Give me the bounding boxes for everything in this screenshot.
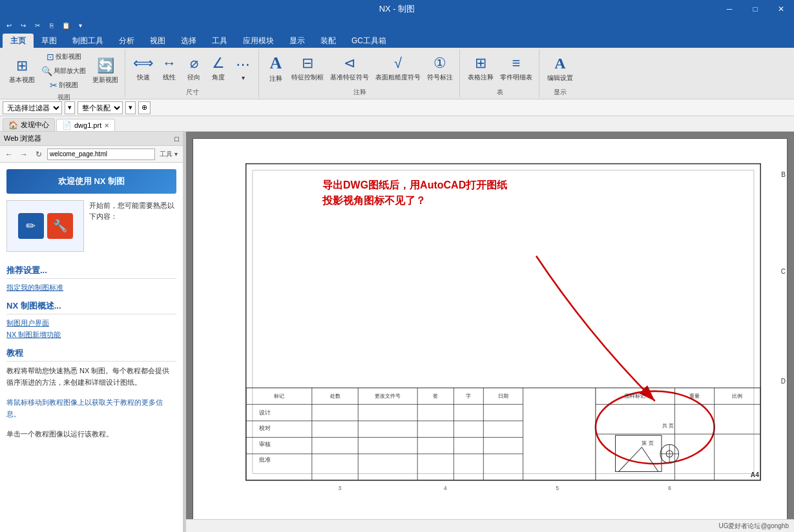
- proj-circle-outer: [660, 445, 679, 464]
- ribbon-group-view: ⊞ 基本视图 ⊡ 投影视图 🔍 局部放大图 ✂ 剖视图 🔄 更新: [3, 49, 125, 97]
- right-col-2: 重量: [689, 393, 700, 399]
- qa-redo[interactable]: ↪: [17, 19, 30, 31]
- more-dim-button[interactable]: ⋯ ▾: [231, 50, 255, 87]
- datum-feature-button[interactable]: ⊲ 基准特征符号: [328, 50, 371, 87]
- surface-roughness-button[interactable]: √ 表面粗糙度符号: [373, 50, 423, 87]
- tutorials-title: 教程: [6, 347, 176, 362]
- ribbon-group-annotation: A 注释 ⊟ 特征控制框 ⊲ 基准特征符号 √ 表面粗糙度符号 ① 符号标注 注…: [260, 49, 460, 97]
- table-note-button[interactable]: ⊞ 表格注释: [465, 50, 496, 87]
- panel-titlebar: Web 浏览器 □: [0, 132, 183, 146]
- annotation-callout: 导出DWG图纸后，用AutoCAD打开图纸 投影视角图标不见了？: [322, 178, 507, 209]
- dwg-tab[interactable]: 📄 dwg1.prt ✕: [56, 119, 115, 131]
- basic-view-button[interactable]: ⊞ 基本视图: [6, 53, 37, 89]
- assembly-options-button[interactable]: ▾: [125, 101, 136, 114]
- drawing-border: [246, 164, 760, 480]
- extra-toolbar-btn[interactable]: ⊕: [138, 101, 151, 114]
- title-bar: NX - 制图 ─ □ ✕: [0, 0, 794, 18]
- panel-title: Web 浏览器: [4, 134, 41, 143]
- col-label-2: 处数: [330, 393, 340, 399]
- minimize-button[interactable]: ─: [716, 0, 742, 18]
- panel-content: 欢迎使用 NX 制图 ✏ 🔧 开始前，您可能需要熟悉以下内容： 推荐设置... …: [0, 163, 183, 532]
- tab-home[interactable]: 主页: [3, 34, 34, 48]
- tab-gc-tools[interactable]: GC工具箱: [344, 34, 394, 48]
- linear-dim-button[interactable]: ↔ 线性: [158, 50, 181, 87]
- welcome-section: ✏ 🔧 开始前，您可能需要熟悉以下内容：: [6, 200, 176, 257]
- datum-icon: ⊲: [344, 55, 355, 72]
- company-area: 共 页: [662, 423, 674, 429]
- note-button[interactable]: A 注释: [264, 50, 287, 87]
- feature-ctrl-icon: ⊟: [302, 55, 313, 72]
- section-view-button[interactable]: ✂ 剖视图: [39, 79, 89, 92]
- angle-dim-button[interactable]: ∠ 角度: [207, 50, 230, 87]
- maximize-button[interactable]: □: [742, 0, 768, 18]
- border-label-d: D: [781, 378, 786, 385]
- qa-more[interactable]: ▾: [74, 19, 87, 31]
- tab-analysis[interactable]: 分析: [111, 34, 142, 48]
- tab-view[interactable]: 视图: [142, 34, 173, 48]
- roughness-icon: √: [394, 55, 402, 72]
- qa-cut[interactable]: ✂: [31, 19, 44, 31]
- browser-toolbar: ← → ↻ 工具 ▾: [0, 146, 183, 163]
- proj-cone: [619, 447, 658, 472]
- title-block: [246, 388, 760, 480]
- filter-select[interactable]: 无选择过滤器: [3, 101, 62, 114]
- close-button[interactable]: ✕: [768, 0, 794, 18]
- parts-list-button[interactable]: ≡ 零件明细表: [497, 50, 535, 87]
- detail-view-button[interactable]: 🔍 局部放大图: [39, 65, 89, 77]
- discover-tab-icon: 🏠: [8, 121, 18, 130]
- qa-copy[interactable]: ⎘: [45, 19, 58, 31]
- quick-dim-button[interactable]: ⟺ 快速: [131, 50, 156, 87]
- drawing-standard-link[interactable]: 指定我的制图标准: [6, 283, 176, 292]
- browser-url-input[interactable]: [47, 148, 155, 160]
- projection-icon: ⊡: [47, 52, 54, 62]
- discover-tab-label: 发现中心: [21, 120, 49, 130]
- inner-border: [253, 170, 754, 474]
- left-panel: Web 浏览器 □ ← → ↻ 工具 ▾ 欢迎使用 NX 制图 ✏ 🔧: [0, 132, 183, 532]
- browser-refresh[interactable]: ↻: [32, 148, 45, 161]
- tab-tools[interactable]: 工具: [204, 34, 235, 48]
- dwg-tab-close[interactable]: ✕: [104, 122, 109, 129]
- symbol-note-icon: ①: [434, 55, 446, 72]
- drawing-new-features-link[interactable]: NX 制图新增功能: [6, 330, 176, 340]
- drawing-ui-link[interactable]: 制图用户界面: [6, 318, 176, 328]
- feature-ctrl-button[interactable]: ⊟ 特征控制框: [289, 50, 326, 87]
- browser-tools-button[interactable]: 工具 ▾: [157, 148, 180, 160]
- symbol-note-button[interactable]: ① 符号标注: [424, 50, 455, 87]
- tab-drawing-tools[interactable]: 制图工具: [65, 34, 111, 48]
- border-label-b: B: [781, 171, 786, 178]
- update-view-button[interactable]: 🔄 更新视图: [90, 53, 121, 89]
- panel-close-icon[interactable]: □: [174, 135, 179, 143]
- proj-circle-inner: [666, 451, 673, 457]
- border-num-5: 5: [556, 486, 559, 491]
- detail-icon: 🔍: [41, 66, 52, 76]
- edit-settings-button[interactable]: A 编辑设置: [545, 50, 576, 87]
- linear-dim-icon: ↔: [162, 55, 176, 72]
- tab-assembly[interactable]: 装配: [313, 34, 344, 48]
- discover-tab[interactable]: 🏠 发现中心: [3, 118, 55, 131]
- annotation-circle: [596, 391, 715, 464]
- main-area: Web 浏览器 □ ← → ↻ 工具 ▾ 欢迎使用 NX 制图 ✏ 🔧: [0, 132, 794, 532]
- tab-app-modules[interactable]: 应用模块: [235, 34, 282, 48]
- document-tabs: 🏠 发现中心 📄 dwg1.prt ✕: [0, 116, 794, 132]
- tab-sketch[interactable]: 草图: [34, 34, 65, 48]
- tab-select[interactable]: 选择: [173, 34, 204, 48]
- tab-display[interactable]: 显示: [282, 34, 313, 48]
- qa-back[interactable]: ↩: [3, 19, 16, 31]
- canvas-area: B C D 导出DWG图纸后，用AutoCAD打开图纸 投影视角图标不见了？: [186, 132, 794, 532]
- ribbon-tabs: 主页 草图 制图工具 分析 视图 选择 工具 应用模块 显示 装配 GC工具箱: [0, 32, 794, 48]
- projection-view-button[interactable]: ⊡ 投影视图: [39, 50, 89, 63]
- status-text: UG爱好者论坛@gonghb: [718, 522, 789, 531]
- browser-forward[interactable]: →: [17, 148, 30, 161]
- browser-back[interactable]: ←: [3, 148, 16, 161]
- qa-paste[interactable]: 📋: [59, 19, 72, 31]
- filter-options-button[interactable]: ▾: [65, 101, 75, 114]
- radial-dim-button[interactable]: ⌀ 径向: [182, 50, 205, 87]
- dwg-tab-icon: 📄: [62, 121, 72, 130]
- annotation-group-label: 注释: [353, 88, 366, 97]
- table-group-label: 表: [497, 88, 503, 97]
- proj-symbol-box: [616, 435, 662, 471]
- assembly-select[interactable]: 整个装配: [78, 101, 123, 114]
- ribbon-group-table: ⊞ 表格注释 ≡ 零件明细表 表: [461, 49, 539, 97]
- annotation-line2: 投影视角图标不见了？: [322, 193, 507, 209]
- quick-access-toolbar: ↩ ↪ ✂ ⎘ 📋 ▾: [0, 18, 794, 32]
